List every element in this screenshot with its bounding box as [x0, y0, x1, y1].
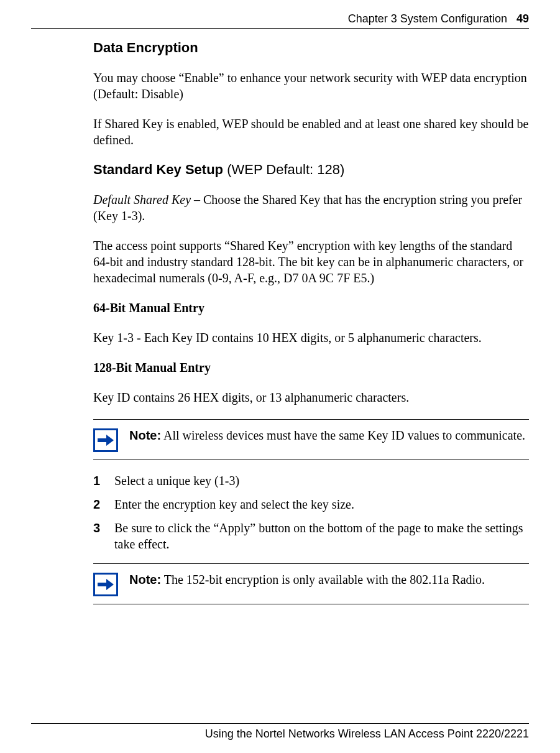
note-1-body: All wireless devices must have the same … [161, 428, 525, 442]
note-block-2: Note: The 152-bit encryption is only ava… [93, 563, 529, 604]
para-128bit: Key ID contains 26 HEX digits, or 13 alp… [93, 389, 529, 405]
step-text: Enter the encryption key and select the … [114, 496, 354, 512]
note-2-body: The 152-bit encryption is only available… [161, 573, 485, 586]
chapter-label: Chapter 3 System Configuration [348, 12, 507, 25]
step-text: Select a unique key (1-3) [114, 473, 239, 489]
span-default-shared-key-label: Default Shared Key [93, 193, 191, 206]
step-text: Be sure to click the “Apply” button on t… [114, 520, 529, 552]
note-2-label: Note: [129, 573, 161, 586]
note-1-text: Note: All wireless devices must have the… [129, 427, 525, 443]
para-64bit: Key 1-3 - Each Key ID contains 10 HEX di… [93, 330, 529, 346]
note-2-text: Note: The 152-bit encryption is only ava… [129, 571, 485, 588]
step-number: 1 [93, 473, 114, 489]
para-default-disable: (Default: Disable) [93, 86, 529, 102]
arrow-right-icon [93, 428, 118, 452]
note-block-1: Note: All wireless devices must have the… [93, 419, 529, 460]
heading-standard-key-setup: Standard Key Setup (WEP Default: 128) [93, 162, 529, 178]
steps-list: 1 Select a unique key (1-3) 2 Enter the … [93, 473, 529, 552]
page-header: Chapter 3 System Configuration 49 [31, 12, 529, 29]
arrow-right-icon [93, 573, 118, 596]
para-key-lengths: The access point supports “Shared Key” e… [93, 238, 529, 286]
step-number: 3 [93, 520, 114, 552]
heading-64bit: 64-Bit Manual Entry [93, 300, 529, 316]
heading-standard-key-rest: (WEP Default: 128) [223, 162, 344, 177]
heading-standard-key-bold: Standard Key Setup [93, 162, 223, 177]
heading-128bit: 128-Bit Manual Entry [93, 359, 529, 376]
list-item: 1 Select a unique key (1-3) [93, 473, 529, 489]
para-default-shared-key: Default Shared Key – Choose the Shared K… [93, 192, 529, 224]
page-number: 49 [516, 12, 529, 25]
list-item: 2 Enter the encryption key and select th… [93, 496, 529, 512]
para-enable-wep: You may choose “Enable” to enhance your … [93, 70, 529, 86]
list-item: 3 Be sure to click the “Apply” button on… [93, 520, 529, 552]
page-content: Data Encryption You may choose “Enable” … [31, 29, 529, 723]
step-number: 2 [93, 496, 114, 512]
note-1-label: Note: [129, 428, 161, 442]
para-shared-key-note: If Shared Key is enabled, WEP should be … [93, 116, 529, 148]
heading-data-encryption: Data Encryption [93, 40, 529, 56]
page-footer: Using the Nortel Networks Wireless LAN A… [31, 723, 529, 741]
